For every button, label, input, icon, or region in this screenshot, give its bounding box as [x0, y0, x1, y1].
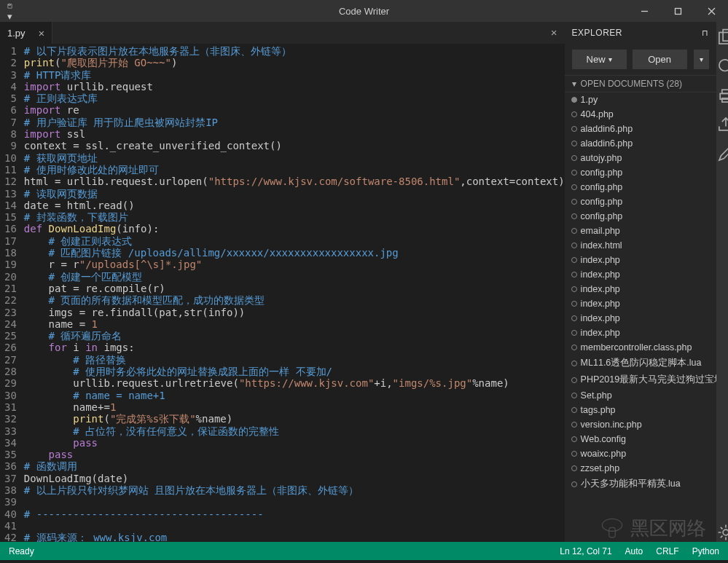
svg-rect-3 [675, 8, 681, 14]
file-item[interactable]: zzset.php [565, 461, 716, 476]
edit-icon[interactable] [716, 144, 728, 163]
encoding-auto[interactable]: Auto [625, 546, 643, 556]
maximize-button[interactable] [661, 0, 694, 22]
file-item[interactable]: membercontroller.class.php [565, 340, 716, 355]
svg-rect-6 [719, 33, 728, 44]
status-ready: Ready [9, 546, 34, 556]
file-item[interactable]: index.php [565, 253, 716, 267]
language-mode[interactable]: Python [692, 546, 719, 556]
title-bar: ▾ Code Writer [0, 0, 728, 22]
file-item[interactable]: index.html [565, 238, 716, 253]
file-item[interactable]: tags.php [565, 403, 716, 417]
app-title: Code Writer [339, 6, 389, 17]
file-item[interactable]: Set.php [565, 388, 716, 403]
svg-point-8 [719, 60, 728, 71]
share-icon[interactable] [716, 115, 728, 134]
close-button[interactable] [694, 0, 728, 22]
activity-bar [716, 22, 728, 542]
file-item[interactable]: config.php [565, 194, 716, 209]
file-item[interactable]: index.php [565, 282, 716, 296]
svg-rect-1 [9, 4, 11, 6]
open-button[interactable]: Open [633, 50, 687, 69]
cursor-position[interactable]: Ln 12, Col 71 [560, 546, 611, 556]
svg-rect-11 [721, 90, 728, 93]
new-button[interactable]: New▾ [572, 50, 627, 69]
explorer-panel: EXPLORER ⊓ New▾ Open ▾ ▾OPEN DOCUMENTS (… [565, 22, 716, 542]
file-item[interactable]: version.inc.php [565, 417, 716, 432]
file-item[interactable]: autojy.php [565, 151, 716, 165]
file-item[interactable]: config.php [565, 209, 716, 224]
code-editor[interactable]: 1234567891011121314151617181920212223242… [0, 44, 565, 542]
editor-pane: 1.py × × 1234567891011121314151617181920… [0, 22, 565, 542]
file-item[interactable]: woaixc.php [565, 446, 716, 461]
open-dropdown[interactable]: ▾ [693, 50, 709, 69]
file-item[interactable]: config.php [565, 180, 716, 194]
close-icon[interactable]: × [39, 27, 45, 39]
file-item[interactable]: 404.php [565, 107, 716, 122]
file-item[interactable]: index.php [565, 326, 716, 340]
svg-rect-12 [721, 98, 728, 102]
copy-icon[interactable] [716, 28, 728, 47]
settings-icon[interactable] [716, 523, 728, 542]
search-icon[interactable] [716, 57, 728, 76]
close-editor-icon[interactable]: × [544, 22, 565, 43]
eol-mode[interactable]: CRLF [656, 546, 678, 556]
tab-bar: 1.py × × [0, 22, 565, 44]
file-item[interactable]: config.php [565, 165, 716, 180]
file-item[interactable]: index.php [565, 311, 716, 326]
file-item[interactable]: email.php [565, 224, 716, 238]
file-item[interactable]: index.php [565, 267, 716, 282]
file-item[interactable]: aladdin6.php [565, 122, 716, 136]
file-item[interactable]: Web.config [565, 432, 716, 446]
file-item[interactable]: PHP2019最新大马完美过狗过宝塔... [565, 371, 716, 388]
svg-point-13 [723, 529, 728, 535]
file-item[interactable]: aladdin6.php [565, 136, 716, 151]
file-item[interactable]: index.php [565, 296, 716, 311]
explorer-title: EXPLORER [572, 28, 622, 38]
svg-rect-7 [723, 30, 728, 42]
open-documents-section[interactable]: ▾OPEN DOCUMENTS (28) [565, 75, 716, 92]
print-icon[interactable] [716, 86, 728, 105]
file-tab[interactable]: 1.py × [0, 22, 52, 44]
pin-icon[interactable]: ⊓ [702, 28, 709, 38]
file-item[interactable]: 小天多功能和平精英.lua [565, 476, 716, 492]
minimize-button[interactable] [627, 0, 661, 22]
status-bar: Ready Ln 12, Col 71 Auto CRLF Python [0, 542, 728, 560]
save-icon[interactable]: ▾ [7, 0, 12, 22]
file-item[interactable]: 1.py [565, 92, 716, 107]
file-item[interactable]: ML11.6透色防闪稳定脚本.lua [565, 355, 716, 371]
tab-label: 1.py [7, 28, 26, 39]
